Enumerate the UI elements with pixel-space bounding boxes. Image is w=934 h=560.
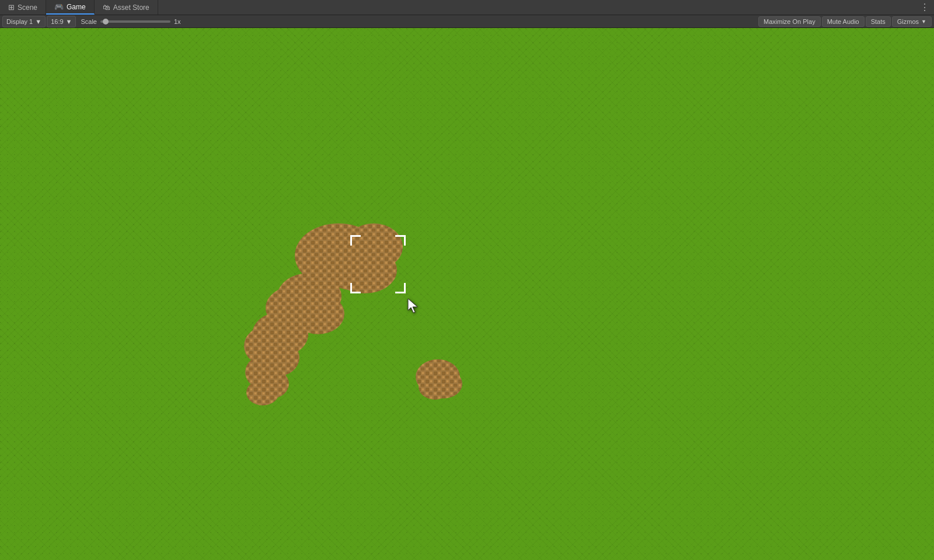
mute-audio-label: Mute Audio xyxy=(827,18,859,25)
scale-container: Scale 1x xyxy=(77,18,184,25)
tab-asset-store-label: Asset Store xyxy=(113,4,149,12)
tab-game[interactable]: 🎮 Game xyxy=(46,0,95,15)
scene-icon: ⊞ xyxy=(8,3,15,12)
asset-store-icon: 🛍 xyxy=(103,3,110,12)
aspect-ratio-label: 16:9 xyxy=(51,18,63,25)
display-dropdown-arrow: ▼ xyxy=(35,18,41,25)
toolbar: Display 1 ▼ 16:9 ▼ Scale 1x Maximize On … xyxy=(0,15,934,28)
tab-asset-store[interactable]: 🛍 Asset Store xyxy=(95,0,158,15)
toolbar-right: Maximize On Play Mute Audio Stats Gizmos… xyxy=(758,16,932,27)
scale-value: 1x xyxy=(174,18,181,25)
tab-scene[interactable]: ⊞ Scene xyxy=(0,0,46,15)
overflow-icon: ⋮ xyxy=(920,2,929,13)
display-dropdown[interactable]: Display 1 ▼ xyxy=(2,16,46,27)
aspect-ratio-arrow: ▼ xyxy=(66,18,72,25)
scale-label: Scale xyxy=(81,18,97,25)
tab-game-label: Game xyxy=(67,3,86,11)
gizmos-arrow: ▼ xyxy=(921,19,926,24)
maximize-on-play-label: Maximize On Play xyxy=(764,18,815,25)
game-icon: 🎮 xyxy=(54,2,64,11)
game-viewport[interactable] xyxy=(0,28,934,560)
tab-overflow-button[interactable]: ⋮ xyxy=(915,0,934,15)
scale-slider[interactable] xyxy=(100,20,170,23)
stats-button[interactable]: Stats xyxy=(866,16,891,27)
grass-texture-overlay xyxy=(0,28,934,560)
tab-scene-label: Scene xyxy=(18,4,37,12)
maximize-on-play-button[interactable]: Maximize On Play xyxy=(758,16,821,27)
display-label: Display 1 xyxy=(6,18,33,25)
gizmos-button[interactable]: Gizmos ▼ xyxy=(892,16,932,27)
mute-audio-button[interactable]: Mute Audio xyxy=(822,16,865,27)
stats-label: Stats xyxy=(871,18,886,25)
gizmos-label: Gizmos xyxy=(897,18,919,25)
tab-bar: ⊞ Scene 🎮 Game 🛍 Asset Store ⋮ xyxy=(0,0,934,15)
scale-thumb xyxy=(103,19,109,24)
aspect-ratio-dropdown[interactable]: 16:9 ▼ xyxy=(47,16,76,27)
